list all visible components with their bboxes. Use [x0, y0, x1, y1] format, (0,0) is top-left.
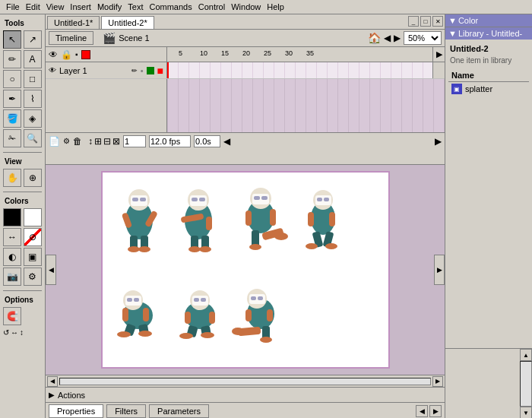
sprite-1 [109, 179, 169, 255]
layer-visibility[interactable]: 👁 [49, 66, 56, 74]
item-name-label: splatter [465, 84, 492, 93]
zoom-select[interactable]: 50% 25% 100% [404, 31, 442, 45]
layer-name-label: Layer 1 [59, 66, 128, 75]
hscroll-left[interactable]: ◀ [47, 376, 58, 387]
nav-icon1[interactable]: 🏠 [368, 32, 381, 44]
vscroll-up[interactable]: ▲ [520, 349, 532, 361]
tool-pen[interactable]: ✒ [3, 90, 21, 108]
tool-rotate[interactable]: ↺ [3, 328, 9, 337]
add-layer-icon[interactable]: 📄 [49, 136, 60, 147]
canvas-scroll-left[interactable]: ◀ [46, 255, 56, 285]
menu-window[interactable]: Window [228, 2, 264, 12]
svg-rect-25 [254, 196, 260, 200]
item-icon: ▣ [451, 84, 462, 94]
sprite-4 [291, 179, 352, 255]
menu-view[interactable]: View [43, 2, 68, 12]
window-maximize[interactable]: □ [420, 16, 431, 27]
delete-layer-icon[interactable]: 🗑 [73, 136, 82, 147]
menu-modify[interactable]: Modify [94, 2, 125, 12]
tab-untitled1[interactable]: Untitled-1* [47, 16, 100, 29]
menu-commands[interactable]: Commands [146, 2, 195, 12]
tool-hand[interactable]: ✋ [3, 169, 21, 187]
menu-insert[interactable]: Insert [67, 2, 94, 12]
playback-icon[interactable]: ◀ [223, 136, 230, 147]
library-count: One item in library [448, 55, 529, 66]
tool-oval[interactable]: ○ [3, 70, 21, 88]
svg-point-31 [249, 244, 261, 250]
library-section-header[interactable]: ▼ Library - Untitled- [445, 27, 532, 40]
tab-untitled2[interactable]: Untitled-2* [101, 16, 154, 29]
window-close[interactable]: ✕ [432, 16, 443, 27]
tool-magnet[interactable]: 🧲 [3, 307, 21, 325]
tool-rect[interactable]: □ [24, 70, 42, 88]
svg-rect-59 [201, 298, 206, 302]
actions-label: Actions [58, 391, 85, 400]
tool-eraser[interactable]: ✁ [3, 129, 21, 147]
vscroll-down[interactable]: ▼ [520, 407, 532, 418]
tool-scale[interactable]: ↔ [11, 328, 18, 337]
tool-lock-fill[interactable]: 📷 [3, 268, 21, 286]
tool-brush[interactable]: ⌇ [24, 90, 42, 108]
tab-filters[interactable]: Filters [106, 404, 146, 418]
svg-point-42 [306, 243, 318, 249]
tool-skew[interactable]: ↕ [20, 328, 24, 337]
frame-icon: ▪ [75, 50, 78, 59]
svg-rect-37 [324, 198, 329, 201]
tool-swap-colors[interactable]: ↔ [3, 228, 21, 246]
tool-pencil[interactable]: ✏ [3, 50, 21, 68]
tool-ink[interactable]: ◈ [24, 109, 42, 128]
svg-rect-49 [122, 308, 128, 321]
frame-number-input[interactable] [123, 135, 146, 147]
scene-icon: 🎬 [103, 32, 116, 44]
menu-control[interactable]: Control [195, 2, 228, 12]
window-minimize[interactable]: _ [408, 16, 419, 27]
frame-nav-icon2[interactable]: ⊞ [94, 136, 102, 147]
menu-file[interactable]: File [3, 2, 23, 12]
tool-no-color[interactable]: ⊘ [24, 228, 42, 246]
sprite-2 [169, 179, 230, 255]
corner-btn2[interactable]: ▶ [429, 405, 442, 417]
tool-stroke-color[interactable] [3, 208, 21, 226]
tool-text[interactable]: A [24, 50, 42, 68]
library-item-splatter[interactable]: ▣ splatter [448, 82, 529, 96]
tool-gradient[interactable]: ▣ [24, 248, 42, 266]
layer-edit[interactable]: ✏ [131, 67, 138, 74]
corner-btn1[interactable]: ◀ [416, 405, 428, 417]
time-input[interactable] [194, 135, 220, 147]
layer-props-icon[interactable]: ⚙ [63, 137, 70, 145]
canvas-scroll-right[interactable]: ▶ [434, 255, 445, 285]
tools-label: Tools [2, 17, 43, 29]
view-label: View [2, 156, 43, 167]
layer-frame-dot [147, 67, 154, 74]
sprite-3 [230, 179, 291, 255]
svg-point-9 [128, 246, 140, 252]
tool-fill[interactable]: 🪣 [3, 109, 21, 128]
nav-icon2[interactable]: ◀ [384, 33, 391, 43]
tool-zoom2[interactable]: ⊕ [24, 169, 42, 187]
color-section-header[interactable]: ▼ Color [445, 14, 532, 27]
tab-parameters[interactable]: Parameters [149, 404, 209, 418]
actions-expand-icon[interactable]: ▶ [49, 391, 55, 399]
timeline-tab[interactable]: Timeline [49, 31, 93, 45]
svg-rect-38 [308, 212, 314, 226]
menu-help[interactable]: Help [264, 2, 287, 12]
tool-zoom[interactable]: 🔍 [24, 129, 42, 147]
frame-nav-icon3[interactable]: ⊟ [103, 136, 111, 147]
tab-properties[interactable]: Properties [49, 404, 103, 418]
frame-nav-icon4[interactable]: ⊠ [112, 136, 120, 147]
tool-black-white[interactable]: ◐ [3, 248, 21, 266]
tool-options2[interactable]: ⚙ [24, 268, 42, 286]
timeline-scroll-right[interactable]: ▶ [432, 47, 445, 62]
tool-arrow[interactable]: ↖ [3, 30, 21, 49]
hscroll-right[interactable]: ▶ [432, 376, 443, 387]
tool-fill-color[interactable] [24, 208, 42, 226]
menu-edit[interactable]: Edit [23, 2, 43, 12]
vscroll-track[interactable] [520, 361, 532, 407]
fps-input[interactable] [149, 135, 191, 147]
nav-icon3[interactable]: ▶ [394, 33, 401, 43]
timeline-scroll-btn[interactable]: ▶ [435, 136, 442, 147]
menu-text[interactable]: Text [125, 2, 146, 12]
hscroll-track[interactable] [59, 378, 431, 385]
tool-subselect[interactable]: ↗ [24, 30, 42, 49]
frame-nav-icon1[interactable]: ↕ [88, 136, 93, 147]
